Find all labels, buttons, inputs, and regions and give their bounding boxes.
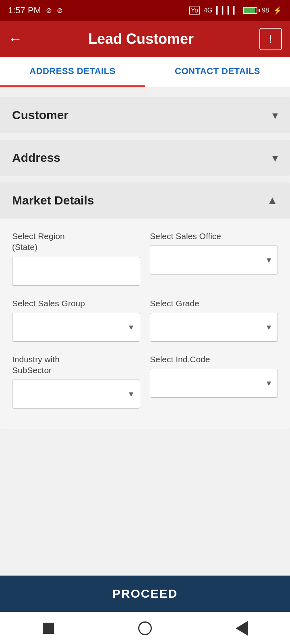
sales-office-dropdown[interactable]: ▾ [150,246,278,275]
ind-code-chevron-icon: ▾ [267,378,271,388]
field-row-3: Industry withSubSector ▾ Select Ind.Code… [12,354,278,409]
sales-group-label: Select Sales Group [12,298,140,309]
industry-chevron-icon: ▾ [129,389,133,399]
charging-icon: ⚡ [273,6,282,15]
industry-dropdown[interactable]: ▾ [12,380,140,409]
customer-section-header[interactable]: Customer ▾ [0,97,290,133]
signal-bars-icon: ▎▎▎▎ [216,6,239,15]
tab-bar: ADDRESS DETAILS CONTACT DETAILS [0,57,290,87]
customer-section-title: Customer [12,108,68,122]
volte-icon: Yo [189,6,200,15]
content-area: Customer ▾ Address ▾ Market Details ▲ Se… [0,87,290,644]
address-section-title: Address [12,151,60,165]
sales-office-chevron-icon: ▾ [267,255,271,265]
customer-chevron-icon: ▾ [272,109,278,122]
grade-chevron-icon: ▾ [267,322,271,332]
address-chevron-icon: ▾ [272,151,278,165]
stop-icon [43,623,54,634]
proceed-button[interactable]: PROCEED [0,576,290,612]
grade-dropdown[interactable]: ▾ [150,313,278,342]
region-input[interactable] [12,257,140,286]
app-header: ← Lead Customer ! [0,21,290,57]
tab-contact-details[interactable]: CONTACT DETAILS [145,57,290,87]
signal-icon2: ⊘ [57,6,63,15]
battery-indicator: 98 [243,7,269,14]
customer-section: Customer ▾ [0,97,290,133]
nav-back-button[interactable] [234,620,250,636]
status-bar: 1:57 PM ⊘ ⊘ Yo 4G ▎▎▎▎ 98 ⚡ [0,0,290,21]
market-details-section: Market Details ▲ Select Region(State) Se… [0,182,290,429]
address-section: Address ▾ [0,140,290,176]
top-spacer [0,87,290,97]
grade-label: Select Grade [150,298,278,309]
nav-stop-button[interactable] [40,620,56,636]
nav-home-button[interactable] [137,620,153,636]
market-details-title: Market Details [12,194,94,207]
battery-tip [259,9,260,12]
back-icon [236,621,248,636]
sales-group-field-group: Select Sales Group ▾ [12,298,140,342]
field-row-2: Select Sales Group ▾ Select Grade ▾ [12,298,278,342]
home-icon [138,621,152,635]
industry-label: Industry withSubSector [12,354,140,376]
field-row-1: Select Region(State) Select Sales Office… [12,231,278,286]
market-details-body: Select Region(State) Select Sales Office… [0,219,290,429]
sales-group-dropdown[interactable]: ▾ [12,313,140,342]
battery-box [243,7,257,14]
ind-code-field-group: Select Ind.Code ▾ [150,354,278,409]
region-field-group: Select Region(State) [12,231,140,286]
industry-field-group: Industry withSubSector ▾ [12,354,140,409]
ind-code-dropdown[interactable]: ▾ [150,369,278,398]
back-button[interactable]: ← [8,31,23,47]
market-details-section-header[interactable]: Market Details ▲ [0,182,290,219]
page-title: Lead Customer [88,31,194,47]
sales-office-label: Select Sales Office [150,231,278,242]
tab-address-details[interactable]: ADDRESS DETAILS [0,57,145,87]
bottom-navigation [0,612,290,644]
sales-group-chevron-icon: ▾ [129,322,133,332]
grade-field-group: Select Grade ▾ [150,298,278,342]
signal-icon: ⊘ [46,6,52,15]
network-icon: 4G [204,7,212,14]
status-icons: Yo 4G ▎▎▎▎ 98 ⚡ [189,6,282,15]
address-section-header[interactable]: Address ▾ [0,140,290,176]
region-label: Select Region(State) [12,231,140,253]
message-icon[interactable]: ! [259,28,282,50]
status-time: 1:57 PM ⊘ ⊘ [8,5,63,16]
battery-fill [244,8,255,13]
ind-code-label: Select Ind.Code [150,354,278,365]
sales-office-field-group: Select Sales Office ▾ [150,231,278,286]
battery-percent: 98 [262,7,269,14]
time-text: 1:57 PM [8,5,41,16]
market-details-chevron-icon: ▲ [267,194,278,207]
